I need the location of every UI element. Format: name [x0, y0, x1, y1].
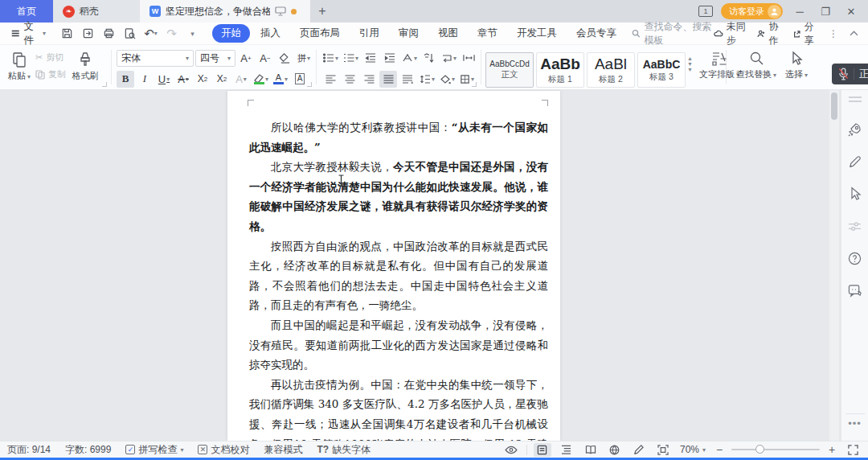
adjust-settings-icon[interactable] [845, 216, 866, 236]
page-view-button[interactable] [534, 443, 551, 457]
paragraph[interactable]: 北京大学教授林毅夫说，今天不管是中国还是外国，没有一个经济学者能说清楚中国为什么… [249, 157, 548, 236]
distribute-button[interactable] [399, 71, 416, 88]
align-justify-button[interactable] [379, 71, 397, 88]
customer-service-icon[interactable] [845, 280, 866, 301]
restore-button[interactable]: ❐ [817, 6, 834, 18]
styles-scroll-up[interactable]: ▲ [687, 55, 693, 61]
superscript-button[interactable]: X2 [194, 71, 211, 88]
quick-tools-rocket-icon[interactable] [845, 119, 866, 140]
menu-tab-章节[interactable]: 章节 [469, 24, 506, 43]
sync-status-button[interactable]: 未同步 [714, 20, 746, 47]
strikethrough-button[interactable]: A▾ [174, 71, 192, 88]
menu-tab-审阅[interactable]: 审阅 [390, 24, 428, 43]
style-标题 1[interactable]: AaBb标题 1 [536, 52, 584, 88]
line-spacing-button[interactable]: ▾ [418, 71, 436, 88]
command-search[interactable]: 查找命令、搜索模板 [632, 20, 714, 47]
zoom-level-button[interactable]: 70% ▾ [678, 444, 707, 455]
page-indicator[interactable]: 页面: 9/14 [0, 443, 58, 457]
export-pdf-button[interactable] [81, 27, 95, 40]
read-layout-button[interactable] [582, 443, 600, 457]
scrollbar-thumb[interactable] [831, 92, 837, 120]
zoom-slider[interactable] [731, 449, 820, 450]
spell-check-toggle[interactable]: ✓ 拼写检查 ▾ [118, 443, 190, 457]
fullscreen-button[interactable] [844, 443, 862, 457]
missing-font-button[interactable]: T? 缺失字体 [309, 443, 378, 457]
clear-format-button[interactable] [276, 50, 293, 67]
paragraph[interactable]: 而且中国的崛起是和平崛起，没有发动战争，没有侵略，没有殖民。要知道前两批工业化的… [249, 315, 548, 375]
select-tool-icon[interactable] [845, 183, 866, 204]
font-name-combo[interactable]: 宋体▾ [117, 50, 194, 67]
underline-button[interactable]: U▾ [155, 71, 173, 88]
web-layout-button[interactable] [606, 443, 624, 457]
menu-tab-会员专享[interactable]: 会员专享 [567, 24, 625, 43]
paragraph-dialog-launcher[interactable] [472, 82, 477, 87]
find-replace-button[interactable]: 查找替换 ▾ [733, 49, 780, 80]
document-text[interactable]: 所以哈佛大学的艾利森教授讲中国：“从未有一个国家如此迅速崛起。”北京大学教授林毅… [249, 117, 548, 441]
text-direction-button[interactable]: ▾ [400, 50, 419, 67]
shading-button[interactable]: ▾ [438, 71, 457, 88]
annotate-pen-icon[interactable] [845, 151, 866, 172]
highlight-color-button[interactable]: ▾ [252, 71, 270, 88]
menu-tab-引用[interactable]: 引用 [350, 24, 388, 43]
more-menu-icon[interactable]: ⋮ [829, 28, 838, 39]
guest-login-button[interactable]: 访客登录 [721, 3, 783, 19]
new-tab-button[interactable]: + [310, 0, 334, 23]
menu-tab-页面布局[interactable]: 页面布局 [291, 24, 349, 43]
print-preview-button[interactable] [123, 27, 137, 40]
save-button[interactable] [60, 27, 74, 40]
minimize-button[interactable]: ─ [791, 6, 809, 18]
outline-view-button[interactable] [558, 443, 575, 457]
eye-protection-button[interactable] [502, 443, 520, 457]
toolbar-more-icon[interactable]: ▾ [186, 27, 199, 40]
italic-button[interactable]: I [136, 71, 154, 88]
style-正文[interactable]: AaBbCcDd正文 [485, 52, 534, 88]
sidebar-more-button[interactable]: ••• [848, 417, 862, 429]
show-marks-button[interactable]: ▾ [440, 50, 458, 67]
zoom-in-button[interactable]: + [826, 443, 837, 456]
compat-mode-button[interactable]: 兼容模式 [256, 443, 309, 457]
numbered-list-button[interactable]: ▾ [342, 50, 360, 67]
vertical-scrollbar[interactable] [829, 90, 839, 441]
font-size-combo[interactable]: 四号▾ [195, 50, 235, 67]
zoom-slider-knob[interactable] [755, 445, 764, 454]
align-left-button[interactable] [321, 71, 339, 88]
bold-button[interactable]: B [117, 71, 134, 88]
style-标题 2[interactable]: AaBl标题 2 [587, 52, 635, 88]
format-painter-button[interactable]: 格式刷 [68, 49, 103, 82]
panel-handle[interactable] [849, 97, 862, 102]
file-menu-button[interactable]: 文件 ▾ [0, 20, 52, 47]
pinyin-guide-button[interactable]: 拼▾ [295, 50, 313, 67]
write-mode-button[interactable] [630, 443, 648, 457]
word-count[interactable]: 字数: 6999 [58, 443, 118, 457]
subscript-button[interactable]: X2 [213, 71, 231, 88]
style-标题 3[interactable]: AaBbC标题 3 [637, 52, 686, 88]
menu-tab-开发工具[interactable]: 开发工具 [508, 24, 566, 43]
help-icon[interactable] [845, 248, 866, 269]
select-button[interactable]: 选择 ▾ [780, 49, 813, 80]
font-color-button[interactable]: A ▾ [272, 71, 289, 88]
paragraph[interactable]: 所以哈佛大学的艾利森教授讲中国：“从未有一个国家如此迅速崛起。” [249, 117, 548, 157]
increase-indent-button[interactable] [381, 50, 399, 67]
paragraph[interactable]: 按照西方自由派的观点，中国政治改革的目标就是西式民主化，经济改革的目标就是私有化… [249, 236, 548, 315]
menu-tab-插入[interactable]: 插入 [252, 24, 289, 43]
voice-assistant-bar[interactable]: 正 [832, 64, 868, 84]
character-border-button[interactable]: A [291, 71, 309, 88]
redo-button[interactable]: ↷ [165, 27, 178, 40]
collapse-ribbon-icon[interactable] [850, 31, 858, 36]
doc-proofing-button[interactable]: ✕ 文档校对 [190, 443, 256, 457]
print-button[interactable] [102, 27, 116, 40]
fit-page-button[interactable] [654, 443, 672, 457]
align-right-button[interactable] [360, 71, 378, 88]
paragraph[interactable]: 再以抗击疫情为例。中国：在党中央的集中统一领导下，我们循序调集 340 多支医疗… [249, 375, 548, 441]
tab-list-button[interactable]: 1 [698, 6, 713, 17]
text-effects-button[interactable]: A▾ [232, 71, 250, 88]
paste-button[interactable]: 粘贴 ▾ [5, 49, 34, 82]
decrease-indent-button[interactable] [362, 50, 379, 67]
document-canvas[interactable]: 所以哈佛大学的艾利森教授讲中国：“从未有一个国家如此迅速崛起。”北京大学教授林毅… [0, 90, 841, 441]
styles-scroll-down[interactable]: ▼ [687, 61, 693, 67]
presentation-icon[interactable] [275, 6, 286, 16]
align-center-button[interactable] [341, 71, 358, 88]
clipboard-dialog-launcher[interactable] [102, 82, 107, 87]
sort-button[interactable] [420, 50, 438, 67]
cut-button[interactable]: ✂ 剪切 [35, 51, 66, 64]
